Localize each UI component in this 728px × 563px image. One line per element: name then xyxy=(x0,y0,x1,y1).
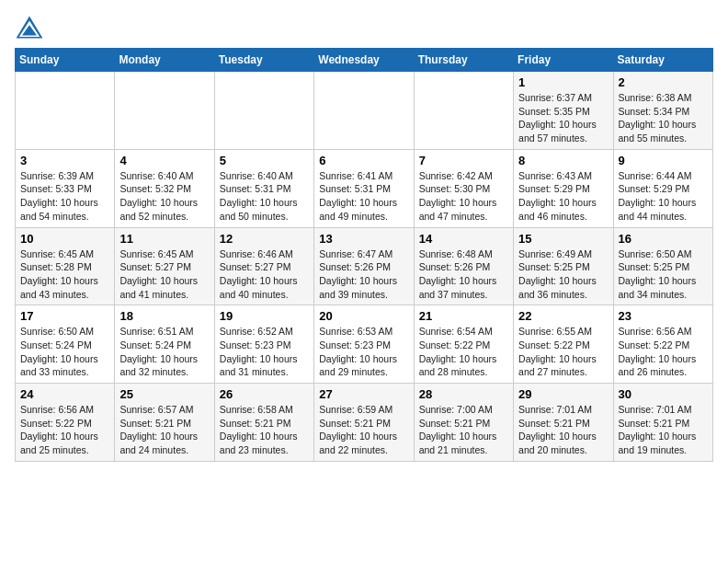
day-number: 23 xyxy=(619,309,708,323)
day-number: 20 xyxy=(319,309,408,323)
day-number: 8 xyxy=(518,154,608,167)
day-number: 12 xyxy=(220,232,309,246)
day-info: Sunrise: 6:56 AM Sunset: 5:22 PM Dayligh… xyxy=(619,325,708,379)
calendar-cell: 29Sunrise: 7:01 AM Sunset: 5:21 PM Dayli… xyxy=(514,384,613,462)
day-info: Sunrise: 6:51 AM Sunset: 5:24 PM Dayligh… xyxy=(119,325,209,379)
day-number: 4 xyxy=(119,154,209,167)
day-info: Sunrise: 6:45 AM Sunset: 5:28 PM Dayligh… xyxy=(20,247,109,302)
day-info: Sunrise: 6:56 AM Sunset: 5:22 PM Dayligh… xyxy=(20,403,109,457)
calendar-cell: 15Sunrise: 6:49 AM Sunset: 5:25 PM Dayli… xyxy=(514,227,613,305)
weekday-header: Tuesday xyxy=(214,49,313,72)
calendar-cell: 1Sunrise: 6:37 AM Sunset: 5:35 PM Daylig… xyxy=(514,72,613,150)
calendar-cell: 14Sunrise: 6:48 AM Sunset: 5:26 PM Dayli… xyxy=(414,227,513,305)
day-info: Sunrise: 6:58 AM Sunset: 5:21 PM Dayligh… xyxy=(220,403,309,457)
day-info: Sunrise: 6:45 AM Sunset: 5:27 PM Dayligh… xyxy=(119,247,209,302)
day-number: 21 xyxy=(419,309,508,323)
logo-icon xyxy=(15,15,44,40)
day-number: 13 xyxy=(319,232,408,246)
day-number: 11 xyxy=(119,232,209,246)
day-info: Sunrise: 6:41 AM Sunset: 5:31 PM Dayligh… xyxy=(319,169,408,224)
day-number: 24 xyxy=(20,387,109,401)
day-info: Sunrise: 6:42 AM Sunset: 5:30 PM Dayligh… xyxy=(419,169,508,224)
calendar-cell: 26Sunrise: 6:58 AM Sunset: 5:21 PM Dayli… xyxy=(214,384,313,462)
calendar-cell: 8Sunrise: 6:43 AM Sunset: 5:29 PM Daylig… xyxy=(514,149,613,227)
day-info: Sunrise: 7:00 AM Sunset: 5:21 PM Dayligh… xyxy=(419,403,508,457)
calendar-cell: 20Sunrise: 6:53 AM Sunset: 5:23 PM Dayli… xyxy=(314,305,414,384)
day-info: Sunrise: 6:47 AM Sunset: 5:26 PM Dayligh… xyxy=(319,247,408,302)
calendar-cell: 5Sunrise: 6:40 AM Sunset: 5:31 PM Daylig… xyxy=(214,149,313,227)
calendar-cell: 7Sunrise: 6:42 AM Sunset: 5:30 PM Daylig… xyxy=(414,149,513,227)
calendar-cell: 3Sunrise: 6:39 AM Sunset: 5:33 PM Daylig… xyxy=(16,149,115,227)
day-info: Sunrise: 6:43 AM Sunset: 5:29 PM Dayligh… xyxy=(518,169,608,224)
calendar-cell: 9Sunrise: 6:44 AM Sunset: 5:29 PM Daylig… xyxy=(613,149,712,227)
day-number: 18 xyxy=(119,309,209,323)
day-info: Sunrise: 6:57 AM Sunset: 5:21 PM Dayligh… xyxy=(119,403,209,457)
calendar-cell: 16Sunrise: 6:50 AM Sunset: 5:25 PM Dayli… xyxy=(613,227,712,305)
day-number: 28 xyxy=(419,387,508,401)
day-number: 3 xyxy=(20,154,109,167)
day-number: 27 xyxy=(319,387,408,401)
calendar-cell: 22Sunrise: 6:55 AM Sunset: 5:22 PM Dayli… xyxy=(514,305,613,384)
calendar-cell: 17Sunrise: 6:50 AM Sunset: 5:24 PM Dayli… xyxy=(16,305,115,384)
day-info: Sunrise: 6:52 AM Sunset: 5:23 PM Dayligh… xyxy=(220,325,309,379)
day-info: Sunrise: 6:55 AM Sunset: 5:22 PM Dayligh… xyxy=(518,325,608,379)
calendar-cell: 25Sunrise: 6:57 AM Sunset: 5:21 PM Dayli… xyxy=(115,384,214,462)
day-info: Sunrise: 7:01 AM Sunset: 5:21 PM Dayligh… xyxy=(619,403,708,457)
day-info: Sunrise: 6:53 AM Sunset: 5:23 PM Dayligh… xyxy=(319,325,408,379)
day-info: Sunrise: 6:49 AM Sunset: 5:25 PM Dayligh… xyxy=(518,247,608,302)
day-info: Sunrise: 6:54 AM Sunset: 5:22 PM Dayligh… xyxy=(419,325,508,379)
calendar-cell: 27Sunrise: 6:59 AM Sunset: 5:21 PM Dayli… xyxy=(314,384,414,462)
day-number: 25 xyxy=(119,387,209,401)
day-number: 15 xyxy=(518,232,608,246)
day-number: 2 xyxy=(619,75,708,89)
calendar-cell xyxy=(214,72,313,150)
calendar-cell: 11Sunrise: 6:45 AM Sunset: 5:27 PM Dayli… xyxy=(115,227,214,305)
day-number: 10 xyxy=(20,232,109,246)
day-number: 30 xyxy=(619,387,708,401)
day-number: 26 xyxy=(220,387,309,401)
day-number: 1 xyxy=(518,75,608,89)
calendar-cell: 21Sunrise: 6:54 AM Sunset: 5:22 PM Dayli… xyxy=(414,305,513,384)
calendar-cell: 13Sunrise: 6:47 AM Sunset: 5:26 PM Dayli… xyxy=(314,227,414,305)
calendar-cell: 10Sunrise: 6:45 AM Sunset: 5:28 PM Dayli… xyxy=(16,227,115,305)
day-number: 17 xyxy=(20,309,109,323)
calendar-cell: 19Sunrise: 6:52 AM Sunset: 5:23 PM Dayli… xyxy=(214,305,313,384)
day-number: 7 xyxy=(419,154,508,167)
calendar-cell: 4Sunrise: 6:40 AM Sunset: 5:32 PM Daylig… xyxy=(115,149,214,227)
page-header xyxy=(15,15,713,40)
day-info: Sunrise: 6:50 AM Sunset: 5:25 PM Dayligh… xyxy=(619,247,708,302)
calendar-cell xyxy=(414,72,513,150)
day-info: Sunrise: 6:44 AM Sunset: 5:29 PM Dayligh… xyxy=(619,169,708,224)
calendar-cell: 6Sunrise: 6:41 AM Sunset: 5:31 PM Daylig… xyxy=(314,149,414,227)
weekday-header: Sunday xyxy=(16,49,115,72)
day-info: Sunrise: 6:50 AM Sunset: 5:24 PM Dayligh… xyxy=(20,325,109,379)
calendar-cell: 12Sunrise: 6:46 AM Sunset: 5:27 PM Dayli… xyxy=(214,227,313,305)
weekday-header: Wednesday xyxy=(314,49,414,72)
weekday-header: Saturday xyxy=(613,49,712,72)
day-number: 9 xyxy=(619,154,708,167)
day-info: Sunrise: 6:48 AM Sunset: 5:26 PM Dayligh… xyxy=(419,247,508,302)
calendar-cell: 28Sunrise: 7:00 AM Sunset: 5:21 PM Dayli… xyxy=(414,384,513,462)
day-number: 5 xyxy=(220,154,309,167)
calendar-cell xyxy=(16,72,115,150)
day-number: 19 xyxy=(220,309,309,323)
calendar-cell xyxy=(115,72,214,150)
day-info: Sunrise: 6:40 AM Sunset: 5:32 PM Dayligh… xyxy=(119,169,209,224)
logo xyxy=(15,15,48,40)
day-number: 29 xyxy=(518,387,608,401)
day-number: 16 xyxy=(619,232,708,246)
day-info: Sunrise: 6:40 AM Sunset: 5:31 PM Dayligh… xyxy=(220,169,309,224)
day-info: Sunrise: 6:59 AM Sunset: 5:21 PM Dayligh… xyxy=(319,403,408,457)
weekday-header: Friday xyxy=(514,49,613,72)
day-number: 22 xyxy=(518,309,608,323)
day-info: Sunrise: 6:38 AM Sunset: 5:34 PM Dayligh… xyxy=(619,91,708,145)
day-number: 14 xyxy=(419,232,508,246)
day-info: Sunrise: 6:39 AM Sunset: 5:33 PM Dayligh… xyxy=(20,169,109,224)
day-number: 6 xyxy=(319,154,408,167)
day-info: Sunrise: 7:01 AM Sunset: 5:21 PM Dayligh… xyxy=(518,403,608,457)
day-info: Sunrise: 6:46 AM Sunset: 5:27 PM Dayligh… xyxy=(220,247,309,302)
calendar-cell: 2Sunrise: 6:38 AM Sunset: 5:34 PM Daylig… xyxy=(613,72,712,150)
weekday-header: Monday xyxy=(115,49,214,72)
day-info: Sunrise: 6:37 AM Sunset: 5:35 PM Dayligh… xyxy=(518,91,608,145)
calendar-cell: 23Sunrise: 6:56 AM Sunset: 5:22 PM Dayli… xyxy=(613,305,712,384)
